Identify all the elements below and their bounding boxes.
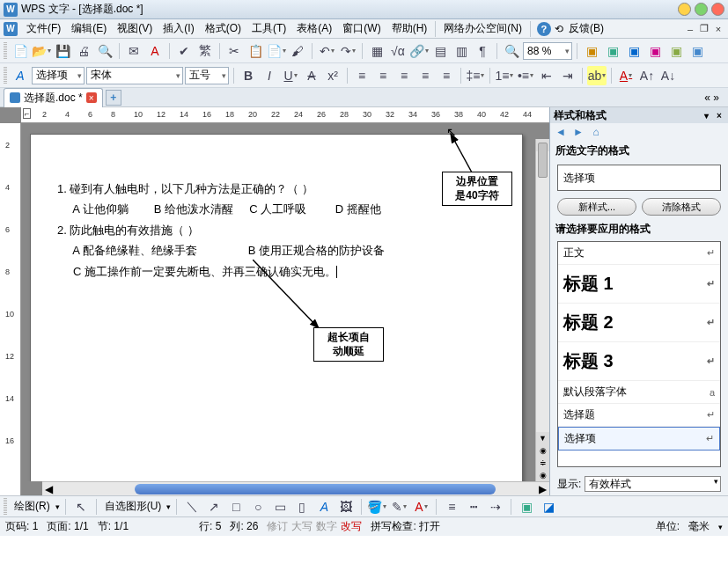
align-justify-button[interactable]: ≡ — [415, 66, 435, 85]
zoom-icon[interactable]: 🔍 — [502, 41, 521, 61]
panel-back-icon[interactable]: ◄ — [554, 125, 568, 139]
textbox-tool-icon[interactable]: ▭ — [270, 497, 290, 516]
table-icon[interactable]: ▦ — [367, 41, 386, 61]
vtext-tool-icon[interactable]: ▯ — [292, 497, 312, 516]
underline-button[interactable]: U — [281, 66, 300, 85]
new-tab-button[interactable]: + — [106, 90, 121, 106]
translate-icon[interactable]: 繁 — [195, 41, 215, 61]
open-icon[interactable]: 📂 — [32, 41, 51, 61]
style-item[interactable]: 选择项↵ — [558, 427, 720, 450]
horizontal-ruler[interactable]: ⌐ 24681012141618202224262830323436384042… — [21, 107, 549, 123]
shrink-font-button[interactable]: A↓ — [658, 66, 678, 85]
status-ovr[interactable]: 改写 — [341, 519, 362, 534]
indent-button[interactable]: ⇥ — [558, 66, 577, 85]
mdi-minimize-button[interactable]: – — [684, 23, 696, 35]
style-item[interactable]: 选择题↵ — [558, 404, 720, 427]
linespacing-button[interactable]: ‡≡ — [466, 66, 485, 85]
outdent-button[interactable]: ⇤ — [537, 66, 556, 85]
style-item[interactable]: 默认段落字体a — [558, 381, 720, 404]
current-format-box[interactable]: 选择项 — [557, 165, 721, 191]
scroll-thumb[interactable] — [538, 143, 548, 178]
menu-view[interactable]: 视图(V) — [112, 19, 158, 38]
hyperlink-icon[interactable]: 🔗 — [409, 41, 429, 61]
menu-insert[interactable]: 插入(I) — [158, 19, 199, 38]
horizontal-scrollbar[interactable]: ◀ ▶ — [42, 481, 549, 495]
status-unit[interactable]: 毫米 — [688, 519, 710, 534]
drawfontcolor-button[interactable]: A — [411, 497, 430, 516]
align-dist-button[interactable]: ≡ — [437, 66, 456, 85]
redo-icon[interactable]: ↷ — [338, 41, 357, 61]
menu-format[interactable]: 格式(O) — [200, 19, 246, 38]
status-num[interactable]: 数字 — [316, 519, 337, 534]
tabs-menu-button[interactable]: « » — [699, 92, 724, 104]
align-right-button[interactable]: ≡ — [394, 66, 414, 85]
mdi-restore-button[interactable]: ❐ — [698, 23, 710, 35]
grow-font-button[interactable]: A↑ — [637, 66, 657, 85]
arrowstyle-button[interactable]: ⇢ — [486, 497, 505, 516]
status-rev[interactable]: 修订 — [267, 519, 288, 534]
panel-close-button[interactable]: × — [714, 110, 724, 121]
linecolor-button[interactable]: ✎ — [389, 497, 408, 516]
copy-icon[interactable]: 📋 — [246, 41, 265, 61]
style-item[interactable]: 标题 3↵ — [558, 342, 720, 381]
minimize-button[interactable] — [678, 3, 691, 16]
bold-button[interactable]: B — [239, 66, 258, 85]
pane6-icon[interactable]: ▣ — [688, 41, 707, 61]
mdi-close-button[interactable]: × — [712, 23, 724, 35]
menu-file[interactable]: 文件(F) — [21, 19, 66, 38]
showmarks-icon[interactable]: ¶ — [473, 41, 492, 61]
fontcolor-button[interactable]: A — [616, 66, 636, 85]
linestyle-button[interactable]: ┅ — [464, 497, 483, 516]
pane5-icon[interactable]: ▣ — [666, 41, 686, 61]
formatpainter-icon[interactable]: 🖌 — [288, 41, 307, 61]
prev-page-button[interactable]: ◉ — [536, 444, 549, 457]
menu-edit[interactable]: 编辑(E) — [66, 19, 112, 38]
panel-home-icon[interactable]: ⌂ — [589, 125, 603, 139]
close-button[interactable] — [711, 3, 724, 16]
style-item[interactable]: 正文↵ — [558, 242, 720, 265]
app-menu-icon[interactable]: W — [4, 22, 18, 36]
spellcheck-icon[interactable]: ✔ — [174, 41, 194, 61]
vertical-ruler[interactable]: 246810121416 — [0, 123, 21, 495]
vertical-scrollbar[interactable]: ▲ ▼ ◉ ≑ ◉ — [535, 139, 549, 481]
new-icon[interactable]: 📄 — [11, 41, 30, 61]
numbering-button[interactable]: 1≡ — [495, 66, 514, 85]
next-page-button[interactable]: ◉ — [536, 469, 549, 481]
pane3-icon[interactable]: ▣ — [624, 41, 643, 61]
save-icon[interactable]: 💾 — [53, 41, 72, 61]
chart-icon[interactable]: ▤ — [430, 41, 450, 61]
image-tool-icon[interactable]: 🖼 — [336, 497, 356, 516]
style-list[interactable]: 正文↵标题 1↵标题 2↵标题 3↵默认段落字体a选择题↵选择项↵ — [557, 241, 721, 467]
pdf-icon[interactable]: A — [145, 41, 165, 61]
maximize-button[interactable] — [695, 3, 708, 16]
autoshapes-menu[interactable]: 自选图形(U) — [102, 499, 165, 514]
formula-icon[interactable]: √α — [388, 41, 408, 61]
shadow-button[interactable]: ▣ — [517, 497, 536, 516]
bullets-button[interactable]: •≡ — [516, 66, 535, 85]
style-item[interactable]: 标题 1↵ — [558, 265, 720, 304]
pane4-icon[interactable]: ▣ — [645, 41, 665, 61]
align-left-button[interactable]: ≡ — [352, 66, 371, 85]
pane1-icon[interactable]: ▣ — [582, 41, 601, 61]
style-item[interactable]: 标题 2↵ — [558, 304, 720, 342]
size-select[interactable]: 五号 — [185, 67, 229, 84]
line-tool-icon[interactable]: ＼ — [182, 497, 202, 516]
highlight-button[interactable]: ab — [587, 66, 607, 85]
select-tool-icon[interactable]: ↖ — [71, 497, 91, 516]
italic-button[interactable]: I — [260, 66, 279, 85]
menu-window[interactable]: 窗口(W) — [337, 19, 386, 38]
font-select[interactable]: 宋体 — [86, 67, 183, 84]
menu-feedback[interactable]: 反馈(B) — [563, 19, 609, 38]
3d-button[interactable]: ◪ — [539, 497, 558, 516]
browse-object-button[interactable]: ≑ — [536, 457, 549, 469]
align-center-button[interactable]: ≡ — [373, 66, 393, 85]
status-caps[interactable]: 大写 — [291, 519, 313, 534]
preview-icon[interactable]: 🔍 — [95, 41, 114, 61]
columns-icon[interactable]: ▥ — [452, 41, 471, 61]
help-icon[interactable]: ? — [537, 22, 551, 36]
menu-help[interactable]: 帮助(H) — [386, 19, 433, 38]
strikeout-button[interactable]: A — [302, 66, 321, 85]
hscroll-thumb[interactable] — [135, 484, 496, 494]
menu-tools[interactable]: 工具(T) — [246, 19, 291, 38]
pane2-icon[interactable]: ▣ — [603, 41, 622, 61]
